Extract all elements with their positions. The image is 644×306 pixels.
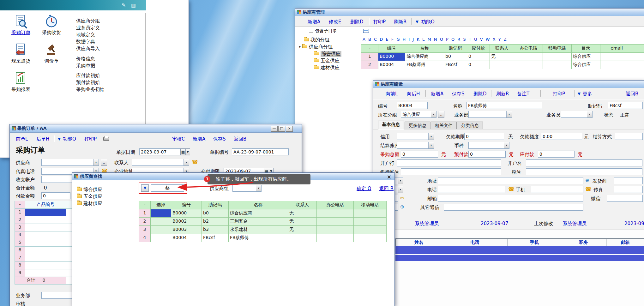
menu-prepay-init[interactable]: 预付款初始 <box>76 80 100 86</box>
row-number-cell[interactable]: 3 <box>15 224 25 231</box>
supplier-editor-titlebar[interactable]: 供应商编辑 <box>373 81 644 88</box>
contact-combo[interactable] <box>132 159 189 166</box>
row-number-cell[interactable]: 3 <box>139 226 151 234</box>
cell-email[interactable] <box>600 61 633 69</box>
maximize-button[interactable]: □ <box>278 126 285 132</box>
cell[interactable] <box>633 53 644 61</box>
select-cell[interactable] <box>151 226 171 234</box>
cell-office[interactable] <box>514 53 543 61</box>
tree-item-general-suppliers[interactable]: 综合供应 <box>314 51 341 57</box>
row-number-cell[interactable]: 1 <box>139 209 151 218</box>
tree-item-building-suppliers[interactable]: 建材供应 <box>314 65 340 71</box>
debt-term-field[interactable]: 0 <box>464 133 504 140</box>
cell-payable[interactable]: 0 <box>467 53 490 61</box>
cell-code[interactable]: B0002 <box>171 218 202 226</box>
menu-supplier-group[interactable]: 供应商分组 <box>76 18 100 24</box>
menu-region-define[interactable]: 地域定义 <box>76 32 95 38</box>
contact-row-selected[interactable] <box>395 255 644 261</box>
product-cell[interactable] <box>25 269 66 277</box>
cell-name[interactable]: 综合供应商 <box>229 209 288 218</box>
tab-basic-info[interactable]: 基本信息 <box>378 121 404 129</box>
more-button[interactable]: 更多 <box>583 91 592 97</box>
tree-item-hardware-suppliers[interactable]: 五金供应 <box>314 58 340 64</box>
cell-mobile[interactable] <box>354 218 387 226</box>
menu-purchase-docs[interactable]: 采购单据 <box>76 63 95 69</box>
cell-code[interactable]: B0004 <box>378 61 405 69</box>
nav-purchase-return[interactable]: 现采退货 <box>6 43 36 64</box>
select-cell[interactable] <box>151 234 171 242</box>
product-cell[interactable] <box>25 231 66 239</box>
cell-office[interactable] <box>317 209 354 218</box>
cell-email[interactable] <box>600 53 633 61</box>
cell-code[interactable]: B0003 <box>171 226 202 234</box>
cell-name[interactable]: FB蔡师傅 <box>229 234 288 242</box>
product-cell[interactable] <box>25 209 66 216</box>
expander-icon[interactable]: ▾ <box>299 45 301 49</box>
menu-data-dictionary[interactable]: 数据字典 <box>76 39 95 45</box>
cell-contact[interactable] <box>288 234 317 242</box>
shipper-field[interactable] <box>614 177 643 184</box>
printer-icon[interactable] <box>103 137 109 141</box>
cell-contact[interactable]: 无 <box>288 209 317 218</box>
add-button[interactable]: 新增A <box>193 136 205 142</box>
cell[interactable] <box>633 61 644 69</box>
cell-mnemonic[interactable]: FBcsf <box>444 61 467 69</box>
mnemonic-field[interactable]: FBcsf <box>608 102 643 109</box>
tab-classification[interactable]: 分类信息 <box>457 122 483 129</box>
pencil-icon[interactable]: ✎ <box>122 3 126 8</box>
cell-code[interactable]: B0000 <box>378 53 405 61</box>
cell-name[interactable]: FB蔡师傅 <box>405 61 444 69</box>
tax-no-field[interactable] <box>526 168 642 175</box>
browse-button[interactable]: .. <box>101 159 107 166</box>
nav-inquiry[interactable]: 询价单 <box>36 43 67 64</box>
note-button[interactable]: 备注T <box>517 91 529 97</box>
row-number-cell[interactable]: 9 <box>15 269 25 277</box>
product-cell[interactable] <box>25 247 66 254</box>
name-field[interactable]: FB蔡师傅 <box>466 102 542 109</box>
product-cell[interactable] <box>25 239 66 247</box>
view-mode-icon[interactable] <box>363 29 369 33</box>
nav-purchase-report[interactable]: 采购报表 <box>6 71 36 93</box>
prev-doc-button[interactable]: 前单L <box>16 136 28 142</box>
group-combo[interactable]: 综合供应 <box>401 111 436 118</box>
settle-account-combo[interactable] <box>397 142 434 149</box>
cell-mobile[interactable] <box>543 61 572 69</box>
row-number-cell[interactable]: 2 <box>15 216 25 224</box>
menu-business-init[interactable]: 采购业务初始 <box>76 87 105 93</box>
cell-mnemonic[interactable]: b2 <box>202 218 229 226</box>
ok-button[interactable]: 确定 O <box>357 186 371 192</box>
row-number-cell[interactable]: 2 <box>139 218 151 226</box>
nav-purchase-order[interactable]: 采购订单 <box>6 14 36 36</box>
back-button[interactable]: 返回B <box>626 91 638 97</box>
tree-item-building-suppliers[interactable]: 建材供应 <box>77 201 102 207</box>
credit-combo[interactable] <box>397 133 434 140</box>
include-subdir-checkbox[interactable] <box>309 29 313 33</box>
fax-field[interactable] <box>614 186 643 193</box>
email-field[interactable] <box>438 195 583 202</box>
functions-button[interactable]: 功能O <box>421 19 435 25</box>
close-icon[interactable]: × <box>387 174 391 180</box>
cell-catalog[interactable]: 综合供应 <box>572 53 600 61</box>
delete-button[interactable]: 删除D <box>473 91 487 97</box>
delete-button[interactable]: 删除D <box>350 19 364 25</box>
cell-catalog[interactable]: 综合供应 <box>572 61 600 69</box>
refresh-button[interactable]: 刷新R <box>394 19 406 25</box>
tree-item-hardware-suppliers[interactable]: 五金供应 <box>77 194 102 200</box>
select-cell[interactable] <box>151 209 171 218</box>
save-button[interactable]: 保存S <box>213 136 226 142</box>
debt-limit-field[interactable]: 0.00 <box>541 133 582 140</box>
tree-item-supplier-groups[interactable]: ▾ 供应商分组 <box>299 44 333 50</box>
menu-salesman-define[interactable]: 业务员定义 <box>76 25 100 31</box>
payment-field[interactable]: 0 <box>41 192 70 199</box>
row-number-cell[interactable]: 8 <box>15 262 25 269</box>
cell-mobile[interactable] <box>354 234 387 242</box>
cell-mobile[interactable] <box>543 53 572 61</box>
row-number-cell[interactable]: 2 <box>361 61 378 69</box>
tab-related-files[interactable]: 相关文件 <box>431 122 457 129</box>
supplier-group-combo[interactable] <box>232 185 262 192</box>
cell-contact[interactable]: 无 <box>490 53 514 61</box>
refresh-button[interactable]: 刷新R <box>496 91 509 97</box>
bank-field[interactable] <box>397 159 501 166</box>
cell-payable[interactable]: 0 <box>467 61 490 69</box>
calendar-button[interactable]: ▦ <box>180 148 186 155</box>
